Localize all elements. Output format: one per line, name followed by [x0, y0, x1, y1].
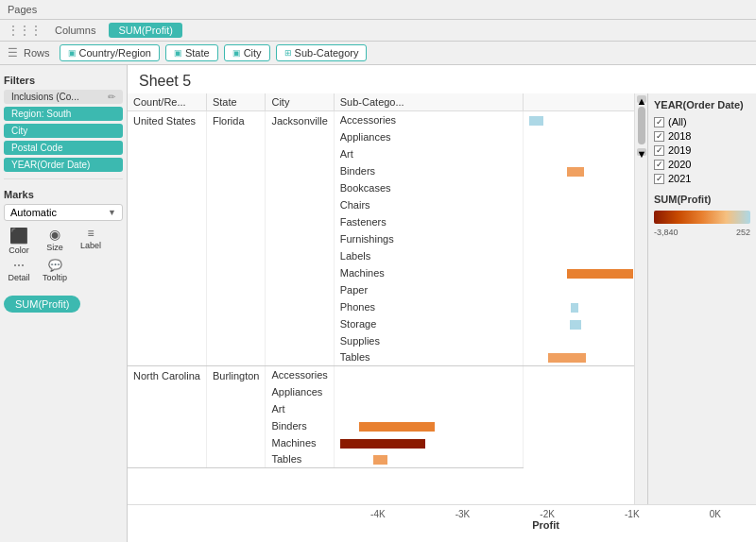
color-button[interactable]: ⬛ Color [4, 227, 34, 255]
color-min-label: -3,840 [654, 228, 679, 237]
filter-inclusions-label: Inclusions (Co... [11, 92, 79, 102]
filter-region[interactable]: Region: South [4, 107, 123, 121]
bar-supplies [523, 332, 634, 349]
axis-tick-5: 0K [710, 509, 721, 519]
sub-storage: Storage [334, 315, 523, 332]
filter-city[interactable]: City [4, 124, 123, 138]
year-2021[interactable]: 2021 [654, 173, 750, 184]
db-icon-country: ▣ [68, 48, 77, 58]
bar-paper [523, 281, 634, 298]
sub-art: Art [334, 145, 523, 162]
bar-fasteners [523, 213, 634, 230]
sub-accessories: Accessories [334, 111, 523, 128]
color-gradient-bar [654, 211, 750, 224]
color-icon: ⬛ [9, 227, 28, 245]
bar-furnishings [523, 230, 634, 247]
sub-machines: Machines [334, 264, 523, 281]
year-2021-label: 2021 [668, 173, 691, 184]
col-header-state[interactable]: State [206, 93, 266, 111]
nc-sub-art: Art [266, 400, 334, 417]
bar-bookcases [523, 179, 634, 196]
filter-inclusions[interactable]: Inclusions (Co... ✏ [4, 90, 123, 104]
sub-supplies: Supplies [334, 332, 523, 349]
axis-tick-1: -4K [370, 509, 386, 519]
nc-bar-art [334, 400, 523, 417]
rows-pill-subcategory[interactable]: ⊞Sub-Category [276, 44, 368, 61]
sub-appliances: Appliances [334, 128, 523, 145]
filters-title: Filters [4, 75, 123, 86]
city-burlington: Burlington [206, 366, 266, 468]
label-button[interactable]: ≡ Label [76, 227, 106, 255]
x-axis-area: -4K -3K -2K -1K 0K Profit [128, 504, 756, 542]
col-header-sub[interactable]: Sub-Catego... [334, 93, 523, 111]
tooltip-icon: 💬 [48, 259, 62, 272]
nc-sub-appliances: Appliances [266, 383, 334, 400]
marks-buttons-row1: ⬛ Color ◉ Size ≡ Label [4, 227, 123, 255]
rows-shelf: ☰ Rows ▣Country/Region ▣State ▣City ⊞Sub… [0, 42, 756, 65]
columns-shelf-icon: ⋮⋮⋮ [8, 24, 42, 37]
axis-tick-3: -2K [540, 509, 555, 519]
axis-ticks: -4K -3K -2K -1K 0K [335, 505, 756, 519]
rows-pill-city[interactable]: ▣City [224, 44, 270, 61]
left-panel: Filters Inclusions (Co... ✏ Region: Sout… [0, 65, 128, 542]
vertical-scrollbar[interactable]: ▲ ▼ [634, 93, 647, 504]
detail-icon: ⋯ [13, 259, 25, 272]
tooltip-button[interactable]: 💬 Tooltip [40, 259, 70, 282]
year-legend-title: YEAR(Order Date) [654, 99, 750, 110]
rows-shelf-icon: ☰ [8, 46, 18, 59]
axis-tick-4: -1K [625, 509, 640, 519]
scroll-up-arrow[interactable]: ▲ [637, 95, 646, 103]
filter-year[interactable]: YEAR(Order Date) [4, 158, 123, 172]
year-2019[interactable]: 2019 [654, 144, 750, 156]
year-all[interactable]: (All) [654, 116, 750, 127]
columns-shelf: ⋮⋮⋮ Columns SUM(Profit) [0, 20, 756, 42]
pages-label: Pages [8, 4, 37, 15]
bar-accessories [523, 111, 634, 128]
db-icon-city: ▣ [232, 48, 241, 58]
table-scroll[interactable]: Count/Re... State City Sub-Catego... [128, 93, 634, 504]
table-row: United States Florida Jacksonville Acces… [128, 111, 634, 128]
year-all-label: (All) [668, 116, 687, 127]
rows-shelf-label: Rows [24, 47, 50, 59]
year-2019-checkbox[interactable] [654, 145, 664, 156]
marks-type-dropdown[interactable]: Automatic ▼ [4, 204, 123, 221]
columns-pill[interactable]: SUM(Profit) [109, 23, 181, 38]
year-2020-checkbox[interactable] [654, 160, 664, 170]
bar-phones [523, 298, 634, 315]
scroll-thumb[interactable] [638, 107, 645, 144]
color-legend: SUM(Profit) -3,840 252 [654, 194, 750, 237]
year-all-checkbox[interactable] [654, 117, 664, 127]
filter-postal[interactable]: Postal Code [4, 141, 123, 155]
detail-button[interactable]: ⋯ Detail [4, 259, 34, 282]
chevron-down-icon: ▼ [108, 208, 116, 217]
nc-sub-machines: Machines [266, 434, 334, 451]
detail-label: Detail [8, 273, 29, 282]
sum-profit-pill[interactable]: SUM(Profit) [4, 296, 80, 313]
size-button[interactable]: ◉ Size [40, 227, 70, 255]
year-2021-checkbox[interactable] [654, 174, 664, 184]
rows-pill-state[interactable]: ▣State [165, 44, 218, 61]
sub-bookcases: Bookcases [334, 179, 523, 196]
nc-sub-binders: Binders [266, 417, 334, 434]
color-max-label: 252 [736, 228, 750, 237]
year-2018-checkbox[interactable] [654, 131, 664, 142]
state-nc: North Carolina [128, 366, 206, 468]
axis-label: Profit [335, 519, 756, 531]
axis-tick-2: -3K [455, 509, 471, 519]
year-2020[interactable]: 2020 [654, 159, 750, 170]
rows-pill-country[interactable]: ▣Country/Region [60, 44, 160, 61]
bar-machines [523, 264, 634, 281]
nc-sub-tables: Tables [266, 451, 334, 468]
scroll-down-arrow[interactable]: ▼ [637, 148, 646, 156]
nc-bar-appliances [334, 383, 523, 400]
size-icon: ◉ [49, 227, 60, 242]
filter-edit-icon[interactable]: ✏ [108, 92, 115, 102]
nc-sub-accessories: Accessories [266, 366, 334, 383]
col-header-city[interactable]: City [266, 93, 334, 111]
bar-tables [523, 349, 634, 366]
marks-buttons-row2: ⋯ Detail 💬 Tooltip [4, 259, 123, 282]
sub-paper: Paper [334, 281, 523, 298]
year-2018[interactable]: 2018 [654, 130, 750, 142]
col-header-country[interactable]: Count/Re... [128, 93, 206, 111]
country-cell: United States [128, 111, 206, 366]
